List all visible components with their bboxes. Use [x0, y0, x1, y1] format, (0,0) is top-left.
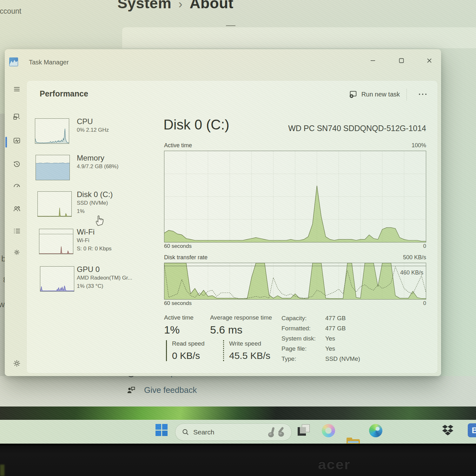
give-feedback-label: Give feedback	[144, 385, 197, 395]
selected-tab-indicator	[5, 137, 7, 148]
gpu-mini-chart	[40, 266, 74, 292]
performance-page: Performance Run new task CPU 0% 2.12 GHz…	[27, 81, 437, 373]
stat-capacity: Capacity: 477 GB	[281, 315, 346, 322]
panel-gpu[interactable]: GPU 0 AMD Radeon(TM) Gr... 1% (33 °C)	[35, 266, 155, 298]
window-title: Task Manager	[29, 59, 69, 66]
history-clock-icon	[13, 160, 21, 168]
search-input[interactable]: Search	[175, 424, 292, 441]
taskview-front-square	[298, 427, 306, 436]
performance-icon	[13, 136, 21, 145]
breadcrumb: System›About	[117, 0, 234, 12]
sidebar-item-users[interactable]	[12, 204, 22, 214]
desktop-wallpaper	[0, 407, 476, 420]
panel-memory[interactable]: Memory 4.9/7.2 GB (68%)	[35, 155, 155, 187]
partial-app-icon[interactable]: B	[468, 423, 476, 437]
sidebar-item-app-history[interactable]	[12, 159, 22, 169]
maximize-button[interactable]	[394, 55, 408, 66]
file-explorer-icon[interactable]	[347, 439, 360, 444]
breadcrumb-separator: ›	[178, 0, 182, 11]
gear-icon	[12, 359, 21, 368]
disk-model: WD PC SN740 SDDQNQD-512G-1014	[288, 124, 426, 133]
sidebar-item-performance[interactable]	[12, 136, 22, 145]
minimize-icon	[370, 58, 376, 63]
page-title: Performance	[40, 89, 88, 98]
copilot-icon[interactable]	[322, 424, 335, 437]
close-icon	[426, 58, 432, 63]
run-new-task-icon	[349, 90, 358, 99]
disk-detail: Disk 0 (C:) WD PC SN740 SDDQNQD-512G-101…	[163, 114, 426, 368]
search-icon	[182, 428, 189, 436]
transfer-rate-chart: 460 KB/s	[164, 263, 426, 300]
hamburger-icon	[13, 85, 21, 93]
services-cog-icon	[13, 248, 21, 256]
sidebar-item-startup-apps[interactable]	[12, 181, 22, 190]
breadcrumb-page: About	[189, 0, 233, 11]
list-icon	[13, 227, 21, 235]
menu-button[interactable]	[12, 84, 22, 94]
task-manager-app-icon	[9, 57, 18, 66]
transfer-max: 500 KB/s	[403, 254, 426, 261]
panel-wifi[interactable]: Wi-Fi Wi-Fi S: 0 R: 0 Kbps	[35, 229, 155, 261]
close-button[interactable]	[422, 55, 436, 66]
minimize-button[interactable]	[366, 55, 380, 66]
laptop-bezel: acer	[0, 444, 476, 476]
account-label: Account	[0, 7, 21, 16]
edge-browser-icon[interactable]	[369, 424, 382, 437]
stat-formatted: Formatted: 477 GB	[281, 325, 346, 332]
active-time-chart-label: Active time	[164, 142, 192, 149]
maximize-icon	[399, 58, 404, 63]
users-icon	[13, 205, 21, 213]
gauge-icon	[13, 182, 21, 190]
screen: System›About Account — b 8 ws Get help G…	[0, 0, 476, 444]
stat-active-time: Active time 1%	[164, 314, 194, 336]
panel-cpu[interactable]: CPU 0% 2.12 GHz	[35, 118, 155, 150]
brand-logo: acer	[318, 456, 351, 472]
taskview-button[interactable]	[298, 424, 310, 437]
search-placeholder: Search	[193, 428, 215, 436]
taskbar: Search amazon B	[0, 420, 476, 444]
stat-type: Type: SSD (NVMe)	[281, 355, 360, 362]
cpu-mini-chart	[35, 118, 69, 144]
dropbox-icon[interactable]	[441, 424, 454, 437]
settings-button[interactable]	[12, 359, 22, 368]
current-rate-annotation: 460 KB/s	[400, 269, 423, 276]
task-manager-window: Task Manager	[5, 49, 441, 376]
breadcrumb-section[interactable]: System	[117, 0, 171, 11]
detail-title: Disk 0 (C:)	[163, 117, 229, 133]
hand-cursor	[93, 212, 106, 227]
sidebar-item-processes[interactable]	[12, 112, 22, 122]
header-divider	[407, 89, 407, 101]
laptop-screen-photo: System›About Account — b 8 ws Get help G…	[0, 0, 476, 476]
give-feedback-link[interactable]: Give feedback	[126, 385, 197, 395]
bezel-sticker	[0, 465, 4, 476]
more-options-button[interactable]	[419, 94, 426, 95]
stat-page-file: Page file: Yes	[281, 345, 335, 352]
processes-icon	[13, 113, 21, 121]
sidebar-item-details[interactable]	[12, 226, 22, 236]
active-time-chart	[164, 151, 426, 242]
stat-system-disk: System disk: Yes	[281, 335, 335, 342]
active-time-max: 100%	[412, 142, 426, 149]
transfer-chart-label: Disk transfer rate	[164, 254, 208, 261]
start-button[interactable]	[155, 424, 168, 436]
run-new-task-button[interactable]: Run new task	[349, 90, 400, 99]
earbuds-icon	[266, 425, 287, 439]
feedback-icon	[126, 386, 136, 395]
settings-content-card	[122, 27, 476, 48]
memory-mini-chart	[36, 155, 70, 180]
settings-stray-dash: —	[226, 20, 235, 30]
sidebar-item-services[interactable]	[12, 248, 22, 257]
settings-lower-area	[0, 376, 476, 407]
wifi-mini-chart	[39, 229, 73, 254]
stat-avg-response: Average response time 5.6 ms	[210, 314, 272, 336]
stat-read-speed: Read speed 0 KB/s	[166, 340, 204, 361]
disk-mini-chart	[37, 191, 72, 217]
stat-write-speed: Write speed 45.5 KB/s	[223, 340, 270, 361]
